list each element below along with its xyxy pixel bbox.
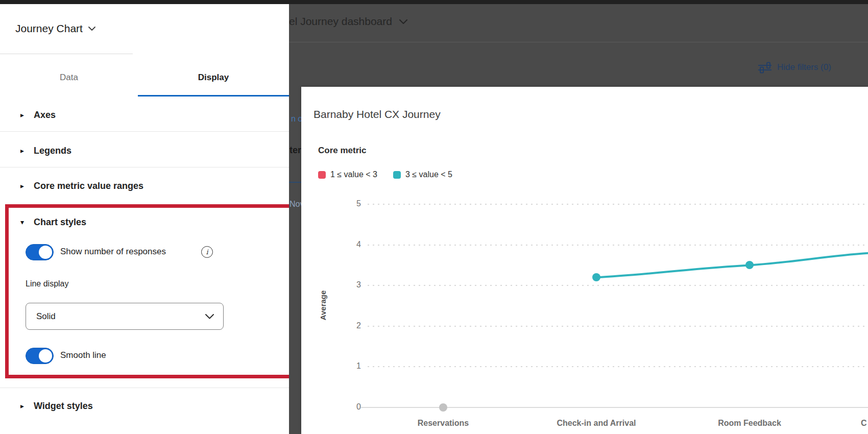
dashboard-title[interactable]: el Journey dashboard [289,14,407,29]
y-tick-label: 4 [340,240,361,249]
line-display-selected-value: Solid [36,311,56,322]
y-gridline [368,245,868,246]
section-core-metric-value-ranges-label: Core metric value ranges [34,181,143,191]
toggle-knob [39,349,52,363]
y-axis-label: Average [319,275,329,336]
section-axes-label: Axes [34,110,56,120]
tab-data[interactable]: Data [0,60,138,95]
info-icon[interactable]: i [201,246,213,258]
y-tick-label: 3 [340,280,361,290]
filters-slider-icon [758,61,773,74]
series-line [301,87,868,434]
chevron-down-icon [399,19,407,24]
legend-label: 1 ≤ value < 3 [330,170,377,179]
section-divider [0,167,289,167]
app-root: el Journey dashboard Hide filters (0) n … [0,0,868,434]
active-tab-underline [138,95,289,97]
y-tick-label: 1 [340,361,361,371]
top-window-strip [0,0,868,4]
collapsed-arrow-icon: ▸ [20,147,30,155]
journey-chart-widget: Barnaby Hotel CX Journey Core metric 1 ≤… [301,87,868,434]
legend-title: Core metric [318,146,366,156]
section-widget-styles-label: Widget styles [34,401,93,412]
dashboard-title-text: el Journey dashboard [289,15,392,28]
section-axes[interactable]: ▸ Axes [0,106,289,124]
section-chart-styles[interactable]: ▾ Chart styles [0,213,289,231]
y-gridline [368,285,868,286]
x-category-label: Check-in and Arrival [530,419,663,428]
expanded-arrow-icon: ▾ [20,218,30,226]
occluded-text-fragment: n o [291,114,301,124]
y-gridline [368,326,868,327]
widget-type-dropdown[interactable]: Journey Chart [15,21,95,36]
no-data-point[interactable] [439,403,447,412]
widget-type-label: Journey Chart [15,22,83,35]
show-number-of-responses-toggle[interactable] [26,244,54,260]
legend-swatch-teal [393,171,401,179]
panel-divider [0,54,133,54]
x-category-label: Reservations [377,419,510,428]
collapsed-arrow-icon: ▸ [20,182,30,190]
smooth-line-label: Smooth line [60,350,106,360]
occluded-text-fragment: ter [290,145,301,156]
y-gridline [368,366,868,367]
chevron-down-icon [205,314,214,319]
show-number-of-responses-label: Show number of responses [60,247,166,257]
y-tick-label: 2 [340,321,361,330]
section-chart-styles-label: Chart styles [34,217,86,228]
x-category-label: Room Feedback [683,419,816,428]
section-legends[interactable]: ▸ Legends [0,142,289,159]
collapsed-arrow-icon: ▸ [20,402,30,410]
legend-label: 3 ≤ value < 5 [405,170,452,179]
tab-display-label: Display [198,73,229,83]
toggle-knob [39,246,52,259]
tab-data-label: Data [60,73,78,83]
y-gridline [368,204,868,205]
x-category-label: C [861,419,867,428]
hide-filters-label: Hide filters (0) [777,62,831,73]
x-axis-baseline [361,407,868,408]
section-widget-styles[interactable]: ▸ Widget styles [0,397,289,415]
occluded-text-fragment: Nov [290,200,301,209]
data-point[interactable] [592,273,600,281]
section-legends-label: Legends [34,146,71,156]
widget-settings-panel: Journey Chart Data Display ▸ Axes ▸ Lege… [0,4,289,434]
tab-display[interactable]: Display [138,60,289,95]
hide-filters-button[interactable]: Hide filters (0) [758,59,831,76]
chart-title: Barnaby Hotel CX Journey [314,108,441,120]
line-display-label: Line display [26,279,69,288]
data-point[interactable] [745,261,754,269]
line-display-select[interactable]: Solid [26,303,224,330]
legend-swatch-red [318,171,326,179]
chevron-down-icon [88,27,95,31]
collapsed-arrow-icon: ▸ [20,111,30,119]
smooth-line-toggle[interactable] [26,348,54,364]
section-divider [0,388,289,388]
y-tick-label: 5 [340,199,361,208]
section-core-metric-value-ranges[interactable]: ▸ Core metric value ranges [0,177,289,195]
section-divider [0,131,289,132]
header-divider [289,42,868,42]
average-line-path [596,253,868,278]
y-tick-label: 0 [340,402,361,412]
